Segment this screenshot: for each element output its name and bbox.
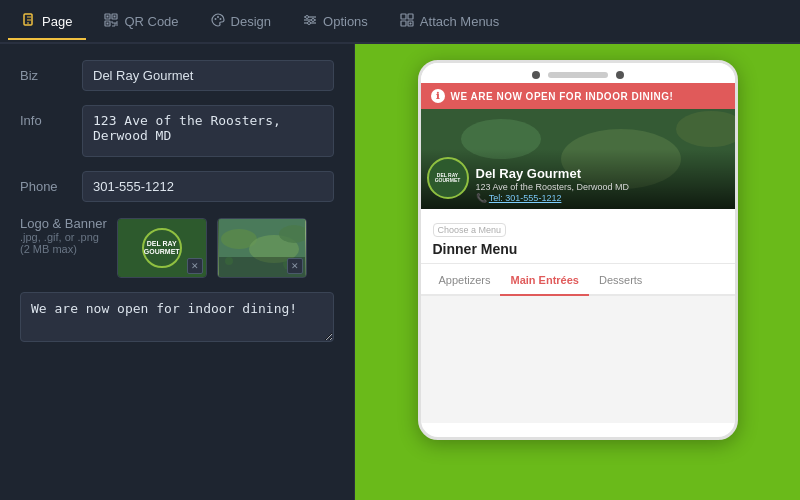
nav-item-page[interactable]: Page bbox=[8, 5, 86, 40]
announcement-text: WE ARE NOW OPEN FOR INDOOR DINING! bbox=[451, 91, 674, 102]
page-icon bbox=[22, 13, 36, 30]
phone-label: Phone bbox=[20, 171, 70, 194]
nav-qrcode-label: QR Code bbox=[124, 14, 178, 29]
hero-biz-name: Del Ray Gourmet bbox=[476, 166, 629, 181]
menu-selector-value: Dinner Menu bbox=[433, 241, 723, 257]
logo-banner-sublabel: .jpg, .gif, or .png(2 MB max) bbox=[20, 231, 107, 255]
biz-row: Biz bbox=[20, 60, 334, 91]
phone-row: Phone bbox=[20, 171, 334, 202]
phone-notch bbox=[548, 72, 608, 78]
nav-page-label: Page bbox=[42, 14, 72, 29]
tab-main-entrees[interactable]: Main Entrées bbox=[500, 264, 588, 296]
hero-logo-text: DEL RAYGOURMET bbox=[435, 173, 461, 184]
logo-image-1: DEL RAYGOURMET ✕ bbox=[117, 218, 207, 278]
attach-menus-icon bbox=[400, 13, 414, 30]
menu-selector-label: Choose a Menu bbox=[433, 223, 507, 237]
nav-item-attach-menus[interactable]: Attach Menus bbox=[386, 5, 514, 40]
svg-point-20 bbox=[308, 21, 311, 24]
svg-point-32 bbox=[225, 257, 233, 265]
info-circle-icon: ℹ bbox=[431, 89, 445, 103]
nav-item-options[interactable]: Options bbox=[289, 5, 382, 40]
svg-rect-21 bbox=[401, 14, 406, 19]
phone-top-bar bbox=[421, 63, 735, 83]
nav-options-label: Options bbox=[323, 14, 368, 29]
options-icon bbox=[303, 13, 317, 30]
announcement-bar: ℹ WE ARE NOW OPEN FOR INDOOR DINING! bbox=[421, 83, 735, 109]
right-panel: ℹ WE ARE NOW OPEN FOR INDOOR DINING! DEL… bbox=[355, 44, 800, 500]
logo-image-2: ✕ bbox=[217, 218, 307, 278]
menu-tabs: Appetizers Main Entrées Desserts bbox=[421, 264, 735, 296]
announcement-textarea[interactable]: We are now open for indoor dining! bbox=[20, 292, 334, 342]
svg-rect-23 bbox=[401, 21, 406, 26]
top-navigation: Page QR Code bbox=[0, 0, 800, 44]
announcement-row: We are now open for indoor dining! bbox=[20, 292, 334, 342]
svg-point-12 bbox=[214, 18, 216, 20]
remove-banner-button[interactable]: ✕ bbox=[287, 258, 303, 274]
phone-screen: ℹ WE ARE NOW OPEN FOR INDOOR DINING! DEL… bbox=[421, 83, 735, 423]
phone-preview: ℹ WE ARE NOW OPEN FOR INDOOR DINING! DEL… bbox=[418, 60, 738, 440]
hero-logo: DEL RAYGOURMET bbox=[427, 157, 469, 199]
logo-images-row: DEL RAYGOURMET ✕ bbox=[117, 218, 307, 278]
phone-prefix: 📞 bbox=[476, 193, 489, 203]
phone-speaker bbox=[532, 71, 540, 79]
qr-icon bbox=[104, 13, 118, 30]
info-row: Info 123 Ave of the Roosters, Derwood MD bbox=[20, 105, 334, 157]
biz-input[interactable] bbox=[82, 60, 334, 91]
nav-design-label: Design bbox=[231, 14, 271, 29]
svg-point-14 bbox=[219, 18, 221, 20]
svg-rect-4 bbox=[107, 15, 109, 17]
hero-biz-address: 123 Ave of the Roosters, Derwood MD bbox=[476, 182, 629, 192]
hero-area: DEL RAYGOURMET Del Ray Gourmet 123 Ave o… bbox=[421, 109, 735, 209]
logo-text: DEL RAYGOURMET bbox=[144, 240, 180, 257]
svg-point-19 bbox=[312, 18, 315, 21]
info-input[interactable]: 123 Ave of the Roosters, Derwood MD bbox=[82, 105, 334, 157]
hero-phone-text[interactable]: Tel: 301-555-1212 bbox=[489, 193, 562, 203]
phone-input[interactable] bbox=[82, 171, 334, 202]
logo-banner-label: Logo & Banner bbox=[20, 216, 107, 231]
nav-attach-menus-label: Attach Menus bbox=[420, 14, 500, 29]
design-icon bbox=[211, 13, 225, 30]
phone-camera bbox=[616, 71, 624, 79]
left-panel: Biz Info 123 Ave of the Roosters, Derwoo… bbox=[0, 44, 355, 500]
tab-desserts[interactable]: Desserts bbox=[589, 264, 652, 296]
svg-rect-5 bbox=[114, 15, 116, 17]
svg-point-18 bbox=[306, 15, 309, 18]
main-content: Biz Info 123 Ave of the Roosters, Derwoo… bbox=[0, 44, 800, 500]
hero-business-info: Del Ray Gourmet 123 Ave of the Roosters,… bbox=[476, 166, 629, 203]
remove-logo-button[interactable]: ✕ bbox=[187, 258, 203, 274]
info-label: Info bbox=[20, 105, 70, 128]
nav-item-qrcode[interactable]: QR Code bbox=[90, 5, 192, 40]
svg-rect-6 bbox=[107, 22, 109, 24]
menu-selector[interactable]: Choose a Menu Dinner Menu bbox=[421, 209, 735, 264]
svg-rect-22 bbox=[408, 14, 413, 19]
tab-appetizers[interactable]: Appetizers bbox=[429, 264, 501, 296]
svg-point-13 bbox=[217, 16, 219, 18]
nav-item-design[interactable]: Design bbox=[197, 5, 285, 40]
hero-biz-phone: 📞 Tel: 301-555-1212 bbox=[476, 193, 629, 203]
biz-label: Biz bbox=[20, 60, 70, 83]
logo-banner-section: Logo & Banner .jpg, .gif, or .png(2 MB m… bbox=[20, 216, 334, 278]
